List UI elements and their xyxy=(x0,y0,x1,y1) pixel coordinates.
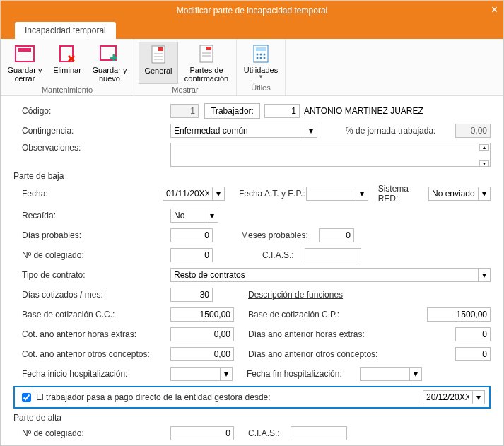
chevron-down-icon[interactable]: ▾ xyxy=(478,187,491,201)
svg-rect-5 xyxy=(158,47,163,51)
save-icon xyxy=(13,43,36,64)
base-cp-input[interactable] xyxy=(427,307,491,322)
sistema-red-baja-label: Sistema RED: xyxy=(378,184,428,204)
colegiado-alta-input[interactable] xyxy=(170,426,234,440)
dias-prob-input[interactable] xyxy=(170,228,213,242)
chevron-down-icon[interactable]: ▾ xyxy=(478,268,491,282)
ribbon-group-utiles: Utilidades ▼ Útiles xyxy=(237,39,286,95)
svg-rect-1 xyxy=(18,48,31,52)
svg-point-20 xyxy=(264,57,266,59)
observaciones-label: Observaciones: xyxy=(22,143,170,153)
ribbon-group-title-mantenimiento: Mantenimiento xyxy=(5,86,129,94)
section-alta: Parte de alta xyxy=(13,413,491,423)
fecha-at-label: Fecha A.T. y E.P.: xyxy=(239,189,306,199)
meses-prob-input[interactable] xyxy=(319,228,354,242)
save-new-icon xyxy=(98,43,121,64)
chevron-down-icon[interactable]: ▾ xyxy=(220,367,233,381)
svg-point-19 xyxy=(260,57,262,59)
pago-directo-label: El trabajador pasa a pago directo de la … xyxy=(36,392,271,402)
dias-horas-label: Días año anterior horas extras: xyxy=(248,329,375,339)
jornada-input[interactable] xyxy=(455,124,491,138)
colegiado-baja-input[interactable] xyxy=(170,248,213,262)
chevron-down-icon: ▼ xyxy=(258,74,264,81)
fecha-baja-input[interactable]: ▾ xyxy=(163,187,225,201)
cias-baja-input[interactable] xyxy=(305,248,361,262)
chevron-down-icon[interactable]: ▾ xyxy=(212,187,225,201)
fecha-baja-label: Fecha: xyxy=(22,189,163,199)
tab-incapacidad[interactable]: Incapacidad temporal xyxy=(15,22,116,39)
scroll-down-icon[interactable]: ▾ xyxy=(479,160,489,167)
delete-button[interactable]: Eliminar xyxy=(47,42,87,84)
utilidades-button[interactable]: Utilidades ▼ xyxy=(241,42,281,82)
hosp-fin-input[interactable]: ▾ xyxy=(360,367,422,381)
dias-prob-label: Días probables: xyxy=(22,230,170,240)
observaciones-textarea[interactable]: ▴▾ xyxy=(170,143,491,167)
chevron-down-icon[interactable]: ▾ xyxy=(305,124,317,138)
cot-otros-label: Cot. año anterior otros conceptos: xyxy=(22,349,170,359)
svg-rect-10 xyxy=(206,47,211,50)
trabajador-name: ANTONIO MARTINEZ JUAREZ xyxy=(304,106,423,116)
scroll-up-icon[interactable]: ▴ xyxy=(479,144,489,151)
document-icon xyxy=(147,44,170,65)
dias-otros-input[interactable] xyxy=(455,347,491,361)
dias-cotiz-label: Días cotizados / mes: xyxy=(22,290,170,300)
svg-point-15 xyxy=(257,54,259,56)
ribbon-group-mostrar: General Partes de confirmación Mostrar xyxy=(134,39,237,95)
jornada-label: % de jornada trabajada: xyxy=(346,126,435,136)
document-plus-icon xyxy=(195,43,218,64)
cot-horas-input[interactable] xyxy=(170,327,234,341)
close-icon[interactable]: × xyxy=(491,4,498,16)
tipo-contrato-select[interactable]: ▾ xyxy=(170,268,491,282)
base-cp-label: Base de cotización C.P.: xyxy=(248,310,375,319)
section-baja: Parte de baja xyxy=(13,171,491,181)
pago-directo-date[interactable]: ▾ xyxy=(423,390,485,404)
partes-button[interactable]: Partes de confirmación xyxy=(181,42,232,84)
colegiado-baja-label: Nº de colegiado: xyxy=(22,250,170,260)
colegiado-alta-label: Nº de colegiado: xyxy=(22,428,170,438)
chevron-down-icon[interactable]: ▾ xyxy=(472,390,485,404)
titlebar: Modificar parte de incapacidad temporal … xyxy=(1,1,503,20)
recaida-select[interactable]: ▾ xyxy=(170,209,218,223)
ribbon: Guardar y cerrar Eliminar Guardar y nuev… xyxy=(1,39,503,96)
chevron-down-icon[interactable]: ▾ xyxy=(409,367,422,381)
dias-otros-label: Días año anterior otros conceptos: xyxy=(248,349,382,359)
cot-horas-label: Cot. año anterior horas extras: xyxy=(22,329,170,339)
svg-point-16 xyxy=(260,54,262,56)
ribbon-group-title-utiles: Útiles xyxy=(241,83,281,92)
hosp-fin-label: Fecha fin hospitalización: xyxy=(247,369,360,379)
calculator-icon xyxy=(250,43,272,64)
form-area: Código: Trabajador: ANTONIO MARTINEZ JUA… xyxy=(1,96,503,446)
meses-prob-label: Meses probables: xyxy=(241,230,319,240)
codigo-input[interactable] xyxy=(170,104,199,118)
base-cc-input[interactable] xyxy=(170,307,234,322)
tipo-contrato-label: Tipo de contrato: xyxy=(22,270,170,280)
cias-alta-label: C.I.A.S.: xyxy=(248,428,291,438)
pago-directo-checkbox[interactable] xyxy=(22,393,31,402)
delete-icon xyxy=(56,43,78,64)
save-close-button[interactable]: Guardar y cerrar xyxy=(5,42,45,84)
recaida-label: Recaída: xyxy=(22,211,170,221)
codigo-label: Código: xyxy=(22,106,170,116)
trabajador-button[interactable]: Trabajador: xyxy=(204,103,260,119)
cot-otros-input[interactable] xyxy=(170,347,234,361)
contingencia-label: Contingencia: xyxy=(22,126,170,136)
svg-point-17 xyxy=(264,54,266,56)
svg-point-18 xyxy=(257,57,259,59)
contingencia-select[interactable]: ▾ xyxy=(170,124,317,138)
svg-rect-14 xyxy=(256,47,266,51)
cias-alta-input[interactable] xyxy=(291,426,347,440)
cias-baja-label: C.I.A.S.: xyxy=(262,250,305,260)
fecha-at-input[interactable]: ▾ xyxy=(306,187,368,201)
desc-func-link[interactable]: Descripción de funciones xyxy=(248,290,343,300)
chevron-down-icon[interactable]: ▾ xyxy=(356,187,368,201)
dias-cotiz-input[interactable] xyxy=(170,288,213,302)
general-button[interactable]: General xyxy=(139,42,178,84)
trabajador-num-input[interactable] xyxy=(264,104,300,118)
sistema-red-baja-select[interactable]: ▾ xyxy=(428,187,491,201)
window-title: Modificar parte de incapacidad temporal xyxy=(177,6,327,16)
dias-horas-input[interactable] xyxy=(455,327,491,341)
save-new-button[interactable]: Guardar y nuevo xyxy=(90,42,129,84)
hosp-ini-input[interactable]: ▾ xyxy=(170,367,233,381)
base-cc-label: Base de cotización C.C.: xyxy=(22,310,170,319)
chevron-down-icon[interactable]: ▾ xyxy=(206,209,218,223)
